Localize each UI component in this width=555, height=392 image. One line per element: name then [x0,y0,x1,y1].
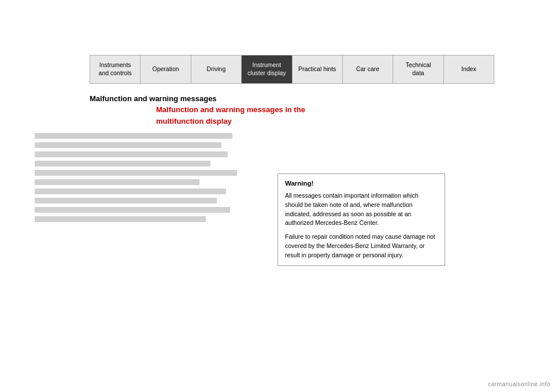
nav-label-index: Index [461,65,476,73]
sub-heading: Malfunction and warning messages in the … [156,104,305,127]
nav-item-instruments[interactable]: Instruments and controls [90,56,140,83]
content-line-7 [35,188,226,194]
nav-label-instruments: Instruments and controls [99,61,132,77]
nav-item-car-care[interactable]: Car care [343,56,393,83]
content-line-2 [35,142,221,148]
content-line-3 [35,151,228,157]
nav-label-operation: Operation [153,65,179,73]
section-heading: Malfunction and warning messages [90,94,217,103]
subheading-line2: multifunction display [156,116,305,127]
nav-label-practical-hints: Practical hints [298,65,336,73]
nav-item-driving[interactable]: Driving [191,56,242,83]
nav-label-driving: Driving [207,65,226,73]
section-heading-text: Malfunction and warning messages [90,94,217,103]
nav-item-operation[interactable]: Operation [140,56,191,83]
subheading-line1: Malfunction and warning messages in the [156,104,305,116]
nav-item-technical-data[interactable]: Technical data [393,56,443,83]
content-line-9 [35,207,230,213]
content-line-1 [35,133,232,139]
warning-paragraph-2: Failure to repair condition noted may ca… [285,232,438,260]
content-line-10 [35,216,206,222]
nav-label-instrument-cluster: Instrument cluster display [247,61,286,77]
nav-label-car-care: Car care [356,65,379,73]
navigation-bar: Instruments and controls Operation Drivi… [90,55,494,84]
warning-box: Warning! All messages contain important … [278,173,445,266]
nav-item-practical-hints[interactable]: Practical hints [293,56,343,83]
watermark-text: carmanualsonline.info [488,381,550,387]
content-line-6 [35,179,199,185]
warning-title: Warning! [285,180,438,187]
content-line-5 [35,170,237,176]
warning-paragraph-1: All messages contain important informati… [285,191,438,228]
nav-label-technical-data: Technical data [406,61,431,77]
watermark: carmanualsonline.info [488,381,550,387]
content-line-8 [35,198,217,204]
nav-item-index[interactable]: Index [444,56,494,83]
content-line-4 [35,161,210,167]
left-content-area [35,133,254,225]
nav-item-instrument-cluster[interactable]: Instrument cluster display [242,56,292,83]
